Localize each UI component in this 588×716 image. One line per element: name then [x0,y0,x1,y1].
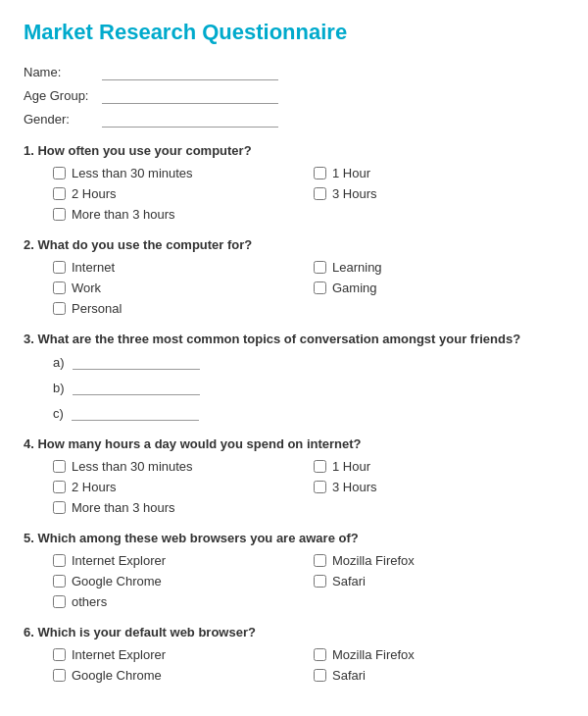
q6-opt1[interactable]: Internet Explorer [53,647,304,662]
q4-opt4[interactable]: 3 Hours [314,480,564,494]
age-field-row: Age Group: [24,86,564,104]
gender-label: Gender: [24,112,102,127]
personal-info-section: Name: Age Group: Gender: [24,63,564,128]
q1-opt1[interactable]: Less than 30 minutes [53,166,304,180]
q5-check3[interactable] [53,575,66,588]
question-6: 6. Which is your default web browser? In… [24,625,564,683]
q1-opt2[interactable]: 1 Hour [314,166,564,180]
question-5-options: Internet Explorer Mozilla Firefox Google… [24,553,564,609]
question-6-options: Internet Explorer Mozilla Firefox Google… [24,647,564,683]
page-title: Market Research Questionnaire [24,20,564,45]
q3-input-c[interactable] [72,405,199,421]
q1-check4[interactable] [314,187,326,200]
q5-check5[interactable] [53,595,66,608]
q5-opt5[interactable]: others [53,594,304,609]
q6-check1[interactable] [53,648,66,661]
q6-check3[interactable] [53,669,66,682]
q2-check5[interactable] [53,302,66,315]
question-4-text: 4. How many hours a day would you spend … [24,436,564,451]
q3-answer-a: a) [53,354,564,370]
q3-label-c: c) [53,406,64,421]
name-field-row: Name: [24,63,564,80]
q2-opt5[interactable]: Personal [53,301,304,316]
q2-check4[interactable] [314,281,326,294]
q4-check2[interactable] [314,460,326,473]
q1-opt3[interactable]: 2 Hours [53,186,304,201]
question-5-text: 5. Which among these web browsers you ar… [24,531,564,545]
gender-input[interactable] [102,110,278,128]
q3-input-b[interactable] [73,380,200,395]
gender-field-row: Gender: [24,110,564,128]
name-input[interactable] [102,63,278,80]
q3-label-b: b) [53,381,65,395]
q2-opt2[interactable]: Learning [314,260,564,275]
q3-answer-b: b) [53,380,564,395]
question-3-text: 3. What are the three most common topics… [24,332,564,346]
q1-check2[interactable] [314,167,326,179]
question-4: 4. How many hours a day would you spend … [24,436,564,515]
q4-opt2[interactable]: 1 Hour [314,459,564,474]
q3-answer-c: c) [53,405,564,421]
q2-check2[interactable] [314,261,326,274]
q6-opt4[interactable]: Safari [314,668,564,683]
question-2-options: Internet Learning Work Gaming Personal [24,260,564,316]
q1-check1[interactable] [53,167,66,179]
q6-check2[interactable] [314,648,326,661]
q5-opt4[interactable]: Safari [314,574,564,588]
q6-opt3[interactable]: Google Chrome [53,668,304,683]
q4-check5[interactable] [53,501,66,514]
question-5: 5. Which among these web browsers you ar… [24,531,564,609]
q4-check1[interactable] [53,460,66,473]
q6-check4[interactable] [314,669,326,682]
q6-opt2[interactable]: Mozilla Firefox [314,647,564,662]
q5-check4[interactable] [314,575,326,588]
q3-label-a: a) [53,355,65,370]
question-3-answers: a) b) c) [24,354,564,421]
name-label: Name: [24,65,102,79]
q5-check2[interactable] [314,554,326,567]
q4-opt5[interactable]: More than 3 hours [53,500,304,515]
q4-opt3[interactable]: 2 Hours [53,480,304,494]
question-6-text: 6. Which is your default web browser? [24,625,564,639]
question-3: 3. What are the three most common topics… [24,332,564,421]
q5-check1[interactable] [53,554,66,567]
q2-opt1[interactable]: Internet [53,260,304,275]
question-2: 2. What do you use the computer for? Int… [24,237,564,316]
q1-opt4[interactable]: 3 Hours [314,186,564,201]
q2-check3[interactable] [53,281,66,294]
q2-opt4[interactable]: Gaming [314,281,564,295]
q4-check4[interactable] [314,481,326,493]
question-1-options: Less than 30 minutes 1 Hour 2 Hours 3 Ho… [24,166,564,222]
q2-opt3[interactable]: Work [53,281,304,295]
q5-opt1[interactable]: Internet Explorer [53,553,304,568]
q1-check5[interactable] [53,208,66,221]
q2-check1[interactable] [53,261,66,274]
q4-opt1[interactable]: Less than 30 minutes [53,459,304,474]
question-1: 1. How often you use your computer? Less… [24,143,564,222]
q1-opt5[interactable]: More than 3 hours [53,207,304,222]
age-label: Age Group: [24,88,102,103]
question-1-text: 1. How often you use your computer? [24,143,564,158]
q5-opt3[interactable]: Google Chrome [53,574,304,588]
q4-check3[interactable] [53,481,66,493]
age-input[interactable] [102,86,278,104]
q5-opt2[interactable]: Mozilla Firefox [314,553,564,568]
question-2-text: 2. What do you use the computer for? [24,237,564,252]
question-4-options: Less than 30 minutes 1 Hour 2 Hours 3 Ho… [24,459,564,515]
q3-input-a[interactable] [73,354,200,370]
q1-check3[interactable] [53,187,66,200]
